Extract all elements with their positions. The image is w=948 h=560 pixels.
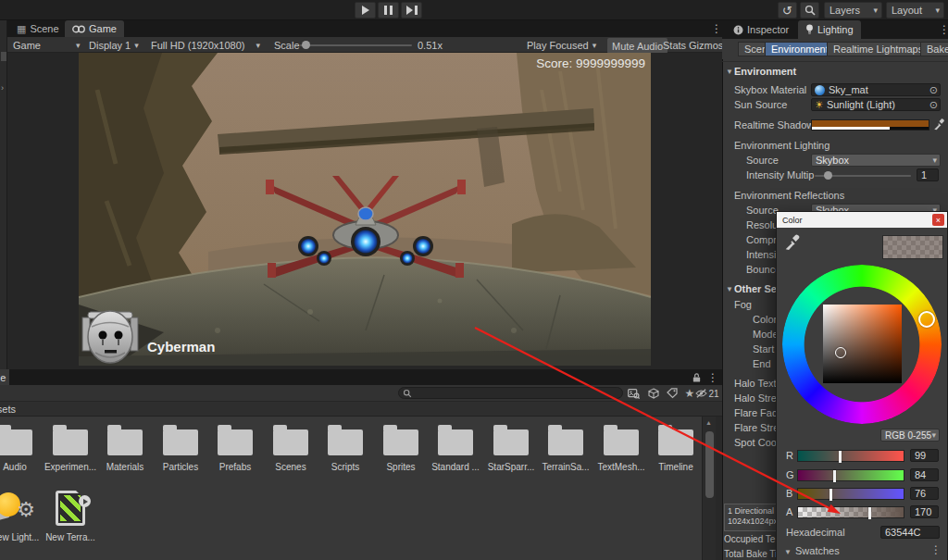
- panel-edge-button[interactable]: [1, 52, 6, 61]
- refl-intensity-label: Intensi: [746, 248, 776, 261]
- project-item-folder[interactable]: Audio: [0, 422, 43, 479]
- current-color-swatch: [882, 235, 943, 259]
- sun-source-field[interactable]: ☀ Sunlight (Light) ⊙: [811, 98, 941, 111]
- r-slider[interactable]: [797, 450, 904, 462]
- scale-slider-knob[interactable]: [302, 41, 310, 49]
- render-target-dropdown[interactable]: Game▾: [13, 37, 81, 53]
- chevron-down-icon: ▾: [932, 156, 937, 165]
- other-settings-header[interactable]: Other Set: [734, 282, 780, 295]
- project-item-label: New Light...: [0, 532, 43, 542]
- environment-header[interactable]: Environment: [734, 65, 796, 78]
- close-button[interactable]: ×: [932, 214, 944, 226]
- eyedropper-button[interactable]: [933, 118, 945, 132]
- intensity-slider-knob[interactable]: [824, 171, 832, 180]
- swatches-menu-icon[interactable]: ⋮: [930, 545, 942, 554]
- g-value[interactable]: 84: [910, 468, 939, 481]
- color-picker-titlebar[interactable]: Color ×: [777, 212, 947, 228]
- project-search-field[interactable]: [398, 387, 623, 399]
- chevron-right-icon[interactable]: ›: [1, 83, 4, 93]
- r-value[interactable]: 99: [910, 449, 939, 462]
- subtab-environment[interactable]: Environment: [765, 42, 835, 56]
- a-slider[interactable]: [797, 506, 904, 518]
- step-button[interactable]: [401, 2, 422, 19]
- skybox-material-field[interactable]: Sky_mat ⊙: [811, 83, 941, 96]
- pause-button[interactable]: [378, 2, 399, 19]
- a-value[interactable]: 170: [910, 505, 939, 518]
- saturation-value-square[interactable]: [823, 305, 902, 383]
- foldout-icon[interactable]: ▼: [726, 285, 733, 293]
- object-picker-icon[interactable]: ⊙: [929, 84, 938, 96]
- project-item-folder[interactable]: TerrainSa...: [538, 422, 593, 479]
- foldout-icon[interactable]: ▼: [726, 68, 733, 76]
- intensity-slider[interactable]: [815, 175, 911, 177]
- project-scrollbar[interactable]: ▲: [702, 417, 716, 560]
- swatches-label[interactable]: Swatches: [795, 545, 840, 556]
- g-slider[interactable]: [797, 469, 904, 481]
- search-by-label-button[interactable]: [665, 387, 680, 400]
- tab-scene[interactable]: ▦ Scene: [9, 20, 67, 37]
- tab-lighting[interactable]: Lighting: [798, 20, 861, 39]
- tab-inspector[interactable]: Inspector: [726, 20, 796, 39]
- lightmap-size: 1024x1024px: [728, 516, 773, 527]
- inspector-menu-icon[interactable]: ⋮: [939, 25, 948, 34]
- b-slider[interactable]: [797, 488, 904, 500]
- resolution-dropdown[interactable]: Full HD (1920x1080)▾: [151, 37, 260, 53]
- eyedropper-button[interactable]: [784, 234, 801, 253]
- scrollbar-thumb[interactable]: [705, 431, 714, 498]
- hue-indicator[interactable]: [918, 311, 935, 328]
- project-window-menu-icon[interactable]: ⋮: [707, 373, 718, 382]
- foldout-icon[interactable]: ▼: [784, 548, 792, 556]
- project-item-folder[interactable]: TextMesh...: [593, 422, 649, 479]
- project-item-folder[interactable]: Sprites: [373, 422, 429, 479]
- slider-handle[interactable]: [830, 489, 832, 501]
- breadcrumb[interactable]: Assets: [0, 404, 16, 415]
- object-picker-icon[interactable]: ⊙: [929, 99, 938, 111]
- slider-handle[interactable]: [868, 507, 871, 519]
- star-icon: ★: [685, 387, 695, 400]
- source-dropdown[interactable]: Skybox▾: [811, 154, 941, 167]
- fog-mode-label: Mode: [753, 328, 779, 341]
- intensity-value[interactable]: 1: [917, 168, 939, 181]
- project-item-terrain-asset[interactable]: New Terra...: [43, 487, 98, 544]
- project-item-folder[interactable]: Scenes: [263, 422, 318, 479]
- scale-slider[interactable]: [300, 44, 412, 46]
- project-item-folder[interactable]: Materials: [97, 422, 153, 479]
- project-item-folder[interactable]: Prefabs: [207, 422, 263, 479]
- color-mode-dropdown[interactable]: RGB 0-255▾: [880, 429, 940, 442]
- hexadecimal-field[interactable]: 63544C: [880, 526, 940, 539]
- search-by-prefab-button[interactable]: [646, 387, 661, 400]
- history-button[interactable]: ↺: [778, 2, 797, 19]
- hidden-packages-toggle[interactable]: 21: [695, 387, 719, 400]
- subtab-realtime-lightmaps[interactable]: Realtime Lightmaps: [827, 42, 929, 56]
- mute-audio-toggle[interactable]: Mute Audio: [607, 38, 667, 54]
- search-button[interactable]: [800, 2, 819, 19]
- sv-indicator[interactable]: [835, 347, 846, 358]
- project-item-folder[interactable]: Experimen...: [43, 422, 98, 479]
- project-item-folder[interactable]: Standard ...: [428, 422, 483, 479]
- project-item-label: Particles: [153, 462, 208, 472]
- layout-dropdown[interactable]: Layout▾: [886, 2, 944, 19]
- search-input[interactable]: [415, 387, 609, 399]
- realtime-shadow-color-field[interactable]: [811, 119, 929, 131]
- slider-handle[interactable]: [839, 451, 842, 463]
- project-item-folder[interactable]: Timeline: [648, 422, 702, 479]
- tab-console[interactable]: Console: [0, 369, 9, 385]
- slider-handle[interactable]: [833, 470, 836, 482]
- subtab-baked[interactable]: Baked: [920, 42, 948, 56]
- lock-icon[interactable]: [692, 372, 702, 385]
- tab-game[interactable]: Game: [65, 20, 124, 37]
- play-button[interactable]: [355, 2, 376, 19]
- project-item-folder[interactable]: Scripts: [318, 422, 373, 479]
- stats-toggle[interactable]: Stats: [663, 37, 686, 53]
- project-item-folder[interactable]: StarSparr...: [483, 422, 539, 479]
- project-item-folder[interactable]: Particles: [153, 422, 208, 479]
- game-window-menu-icon[interactable]: ⋮: [711, 24, 722, 33]
- display-dropdown[interactable]: Display 1▾: [89, 37, 139, 53]
- play-focused-dropdown[interactable]: Play Focused▾: [527, 37, 596, 53]
- environment-lighting-header: Environment Lighting: [734, 139, 830, 152]
- project-item-lighting-asset[interactable]: ⚙ New Light...: [0, 487, 43, 544]
- scroll-up-icon[interactable]: ▲: [705, 419, 712, 426]
- layers-dropdown[interactable]: Layers▾: [824, 2, 882, 19]
- b-value[interactable]: 76: [910, 487, 939, 500]
- search-by-type-button[interactable]: [626, 387, 641, 400]
